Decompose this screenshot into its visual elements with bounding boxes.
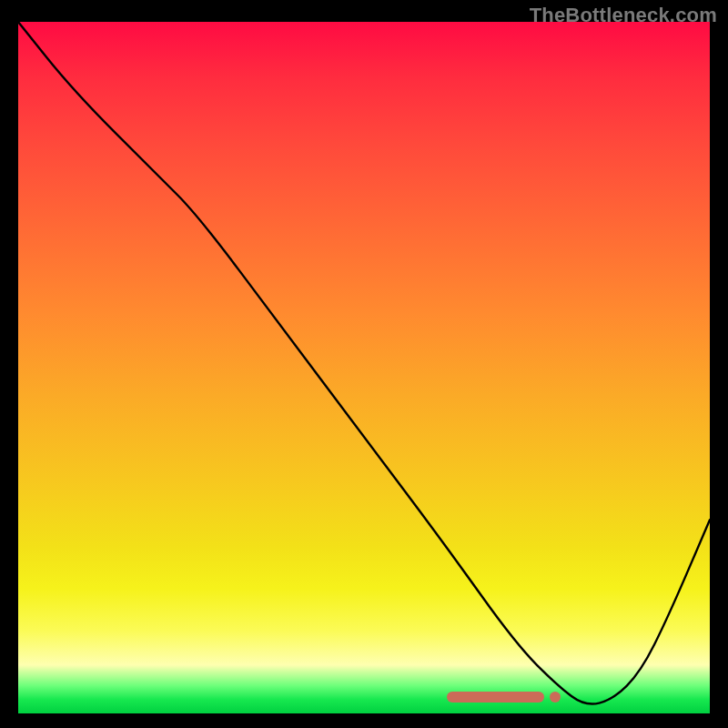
plot-area: [18, 22, 710, 713]
watermark-text: TheBottleneck.com: [530, 4, 717, 27]
curve-svg: [18, 22, 710, 713]
bottleneck-curve: [18, 22, 710, 704]
optimal-marker: [447, 692, 543, 703]
chart-stage: TheBottleneck.com: [0, 0, 728, 728]
optimal-marker-dot: [550, 692, 561, 703]
